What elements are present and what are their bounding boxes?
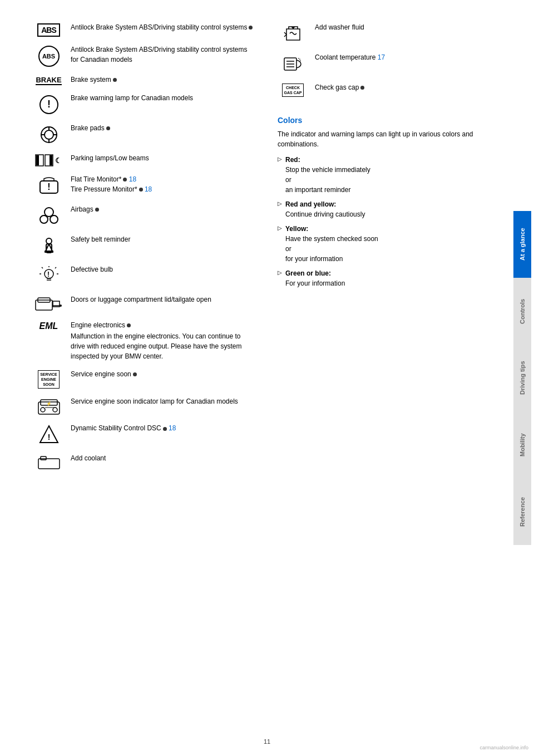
abs-canadian-icon: ABS bbox=[33, 45, 64, 67]
washer-fluid-text: Add washer fluid bbox=[315, 22, 500, 32]
sidebar-tab-driving-tips[interactable]: Driving tips bbox=[513, 345, 531, 411]
list-item: Coolant temperature 17 bbox=[278, 52, 500, 75]
seatbelt-text: Safety belt reminder bbox=[71, 234, 255, 244]
list-item: EML Engine electronics Malfunction in th… bbox=[33, 320, 255, 361]
list-item: ! Flat Tire Monitor* 18 Tire Pressure Mo… bbox=[33, 174, 255, 197]
doors-text: Doors or luggage compartment lid/tailgat… bbox=[71, 294, 255, 305]
sidebar-tab-reference[interactable]: Reference bbox=[513, 478, 531, 545]
sidebar-tab-mobility[interactable]: Mobility bbox=[513, 411, 531, 478]
flat-tire-link[interactable]: 18 bbox=[129, 175, 136, 183]
doors-icon bbox=[33, 294, 64, 312]
list-item: BRAKE Brake system bbox=[33, 75, 255, 85]
arrow-icon: ▷ bbox=[278, 269, 282, 276]
dsc-link[interactable]: 18 bbox=[169, 424, 176, 432]
airbags-icon bbox=[33, 204, 64, 227]
eml-text: Engine electronics Malfunction in the en… bbox=[71, 320, 255, 361]
abs-canadian-text: Antilock Brake System ABS/Driving stabil… bbox=[71, 45, 255, 65]
arrow-icon: ▷ bbox=[278, 156, 282, 162]
dsc-text: Dynamic Stability Control DSC 18 bbox=[71, 423, 255, 433]
service-engine-icon: SERVICEENGINESOON bbox=[33, 369, 64, 389]
sidebar-tab-at-a-glance[interactable]: At a glance bbox=[513, 211, 531, 278]
brake-pads-text: Brake pads bbox=[71, 123, 255, 133]
list-item: ! Dynamic Stability Control DSC 18 bbox=[33, 423, 255, 445]
brake-pads-icon bbox=[33, 123, 64, 145]
svg-text:!: ! bbox=[47, 182, 50, 192]
list-item: Airbags bbox=[33, 204, 255, 227]
list-item: ⚡ Service engine soon indicator lamp for… bbox=[33, 396, 255, 415]
list-item: Brake pads bbox=[33, 123, 255, 145]
svg-line-31 bbox=[55, 267, 56, 268]
service-engine-canadian-icon: ⚡ bbox=[33, 396, 64, 415]
dsc-icon: ! bbox=[33, 423, 64, 445]
svg-point-42 bbox=[53, 408, 57, 412]
list-item: ABS Antilock Brake System ABS/Driving st… bbox=[33, 22, 255, 37]
abs-icon: ABS bbox=[33, 22, 64, 37]
coolant-temp-text: Coolant temperature 17 bbox=[315, 52, 500, 62]
parking-icon: ☾ bbox=[33, 153, 64, 166]
flat-tire-text: Flat Tire Monitor* 18 Tire Pressure Moni… bbox=[71, 174, 255, 194]
sidebar-tab-controls[interactable]: Controls bbox=[513, 278, 531, 345]
list-item: CHECKGAS CAP Check gas cap bbox=[278, 82, 500, 97]
svg-point-3 bbox=[44, 130, 53, 139]
abs-text: Antilock Brake System ABS/Driving stabil… bbox=[71, 22, 255, 32]
list-item: Safety belt reminder bbox=[33, 234, 255, 257]
brake-text: Brake system bbox=[71, 75, 255, 85]
svg-text:!: ! bbox=[47, 433, 50, 441]
svg-text:!: ! bbox=[47, 271, 50, 278]
color-item-red-yellow: ▷ Red and yellow: Continue driving cauti… bbox=[278, 199, 500, 219]
flat-tire-icon: ! bbox=[33, 174, 64, 197]
arrow-icon: ▷ bbox=[278, 200, 282, 207]
brake-warning-icon: ! bbox=[33, 93, 64, 115]
defective-bulb-icon: ! bbox=[33, 264, 64, 287]
svg-point-38 bbox=[60, 305, 62, 307]
brake-warning-text: Brake warning lamp for Canadian models bbox=[71, 93, 255, 103]
colors-intro: The indicator and warning lamps can ligh… bbox=[278, 129, 500, 149]
service-engine-canadian-text: Service engine soon indicator lamp for C… bbox=[71, 396, 255, 406]
seatbelt-icon bbox=[33, 234, 64, 257]
list-item: ! Defective bulb bbox=[33, 264, 255, 287]
color-green-blue-text: Green or blue: For your information bbox=[285, 268, 345, 288]
check-gas-cap-text: Check gas cap bbox=[315, 82, 500, 92]
list-item: Add washer fluid bbox=[278, 22, 500, 45]
coolant-temp-link[interactable]: 17 bbox=[378, 53, 385, 61]
svg-point-20 bbox=[46, 238, 52, 244]
right-column: Add washer fluid Coolant temperature 17 bbox=[278, 22, 500, 734]
svg-line-30 bbox=[42, 267, 43, 268]
list-item: Add coolant bbox=[33, 453, 255, 470]
list-item: Doors or luggage compartment lid/tailgat… bbox=[33, 294, 255, 312]
svg-point-16 bbox=[40, 215, 48, 223]
coolant-temp-icon bbox=[278, 52, 308, 75]
airbags-text: Airbags bbox=[71, 204, 255, 214]
watermark: carmanualsonline.info bbox=[479, 745, 528, 750]
color-item-red: ▷ Red: Stop the vehicle immediately or a… bbox=[278, 155, 500, 195]
page-number: 11 bbox=[264, 738, 270, 745]
list-item: ☾ Parking lamps/Low beams bbox=[33, 153, 255, 166]
svg-point-41 bbox=[41, 408, 45, 412]
svg-text:☾: ☾ bbox=[55, 156, 62, 165]
color-yellow-text: Yellow: Have the system checked soon or … bbox=[285, 224, 378, 264]
list-item: ABS Antilock Brake System ABS/Driving st… bbox=[33, 45, 255, 67]
svg-point-17 bbox=[50, 215, 58, 223]
list-item: ! Brake warning lamp for Canadian models bbox=[33, 93, 255, 115]
color-red-yellow-text: Red and yellow: Continue driving cautiou… bbox=[285, 199, 365, 219]
tire-pressure-link[interactable]: 18 bbox=[145, 185, 152, 193]
svg-rect-11 bbox=[50, 155, 52, 165]
svg-text:!: ! bbox=[47, 99, 51, 110]
check-gas-cap-icon: CHECKGAS CAP bbox=[278, 82, 308, 97]
left-column: ABS Antilock Brake System ABS/Driving st… bbox=[33, 22, 255, 734]
parking-text: Parking lamps/Low beams bbox=[71, 153, 255, 163]
add-coolant-text: Add coolant bbox=[71, 453, 255, 463]
sidebar: At a glance Controls Driving tips Mobili… bbox=[511, 0, 534, 756]
svg-rect-47 bbox=[41, 456, 46, 460]
svg-rect-24 bbox=[44, 251, 53, 253]
service-engine-text: Service engine soon bbox=[71, 369, 255, 379]
svg-rect-9 bbox=[36, 155, 39, 165]
add-coolant-icon bbox=[33, 453, 64, 470]
washer-fluid-icon bbox=[278, 22, 308, 45]
eml-icon: EML bbox=[33, 320, 64, 331]
color-item-green-blue: ▷ Green or blue: For your information bbox=[278, 268, 500, 288]
color-red-text: Red: Stop the vehicle immediately or an … bbox=[285, 155, 370, 195]
brake-icon: BRAKE bbox=[33, 75, 64, 85]
colors-section: Colors The indicator and warning lamps c… bbox=[278, 116, 500, 293]
colors-title: Colors bbox=[278, 116, 500, 125]
